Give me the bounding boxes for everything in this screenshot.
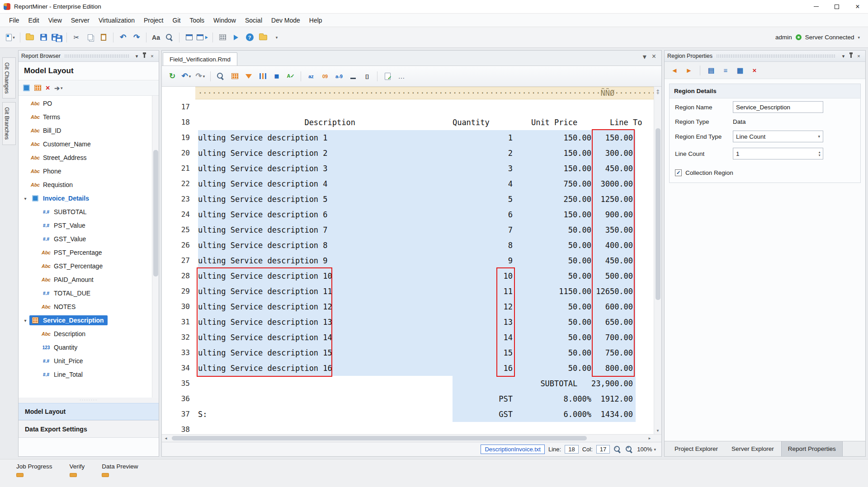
paste-button[interactable]	[98, 32, 109, 43]
spin-down-icon[interactable]: ▼	[818, 154, 821, 157]
zoom-level-select[interactable]: 100% ▾	[637, 446, 656, 453]
viewer-row-35[interactable]: 35 SUBTOTAL 23,900.00	[162, 376, 661, 391]
panel-menu-chevron-icon[interactable]: ▾	[133, 52, 141, 60]
next-region-button[interactable]: ►	[684, 65, 694, 76]
report-viewer[interactable]: ········································…	[162, 87, 661, 434]
viewer-row-38[interactable]: 38	[162, 422, 661, 434]
start-button[interactable]	[230, 32, 242, 43]
region-end-type-select[interactable]: Line Count ▾	[733, 131, 823, 142]
viewer-row-25[interactable]: 25ulting Service description 7 7 50.00 3…	[162, 222, 661, 238]
viewer-row-24[interactable]: 24ulting Service description 6 6 150.00 …	[162, 207, 661, 222]
tab-list-chevron-icon[interactable]: ▾	[643, 52, 646, 61]
data-export-settings-tab[interactable]: Data Export Settings	[19, 420, 159, 437]
viewer-row-20[interactable]: 20ulting Service description 2 2 150.00 …	[162, 145, 661, 161]
tree-item-description[interactable]: AbcDescription	[19, 327, 152, 341]
copy-button[interactable]	[84, 32, 96, 43]
add-data-region-button[interactable]	[23, 84, 30, 91]
verify-panel-tab[interactable]: Verify	[70, 463, 85, 487]
tree-item-gst_value[interactable]: #.#GST_Value	[19, 232, 152, 246]
menu-item-edit[interactable]: Edit	[24, 14, 44, 27]
redo-button[interactable]: ↷	[131, 32, 142, 43]
zoom-out-button[interactable]: -	[613, 445, 622, 454]
viewer-row-22[interactable]: 22ulting Service description 4 4 750.00 …	[162, 176, 661, 192]
viewer-row-19[interactable]: 19ulting Service description 1 1 150.00 …	[162, 130, 661, 145]
viewer-row-23[interactable]: 23ulting Service description 5 5 250.00 …	[162, 192, 661, 207]
tree-scrollbar-thumb[interactable]	[153, 150, 158, 276]
tree-item-street_address[interactable]: AbcStreet_Address	[19, 151, 152, 164]
horizontal-scrollbar-thumb[interactable]	[172, 436, 587, 440]
viewer-row-26[interactable]: 26ulting Service description 8 8 50.00 4…	[162, 238, 661, 253]
menu-item-help[interactable]: Help	[305, 14, 327, 27]
scroll-left-icon[interactable]: ◄	[162, 436, 170, 440]
tree-item-quantity[interactable]: 123Quantity	[19, 341, 152, 354]
recent-project-button[interactable]	[257, 32, 269, 43]
cut-button[interactable]: ✂	[71, 32, 82, 43]
menu-item-tools[interactable]: Tools	[185, 14, 209, 27]
close-button[interactable]: ×	[847, 0, 868, 13]
sort-az-button[interactable]: az	[305, 70, 317, 82]
find-in-report-button[interactable]	[215, 70, 226, 82]
export-model-button[interactable]: ➔▾	[54, 84, 62, 92]
collection-region-checkbox[interactable]	[675, 169, 682, 176]
open-file-button[interactable]	[24, 32, 36, 43]
doc-undo-button[interactable]: ↶▾	[180, 70, 192, 82]
menu-item-window[interactable]: Window	[209, 14, 241, 27]
sort-09-button[interactable]: 09	[319, 70, 331, 82]
tree-item-notes[interactable]: AbcNOTES	[19, 300, 152, 314]
report-properties-tab[interactable]: Report Properties	[781, 441, 843, 456]
refresh-button[interactable]: ↻	[166, 70, 178, 82]
tree-item-unit_price[interactable]: #.#Unit_Price	[19, 354, 152, 368]
data-preview-panel-tab[interactable]: Data Preview	[102, 463, 138, 487]
viewer-row-27[interactable]: 27ulting Service description 9 9 50.00 4…	[162, 253, 661, 268]
git-changes-tab[interactable]: Git Changes	[2, 57, 16, 98]
viewer-row-29[interactable]: 29ulting Service description 11 11 1150.…	[162, 284, 661, 299]
doc-redo-button[interactable]: ↷▾	[194, 70, 206, 82]
tree-item-pst_percentage[interactable]: AbcPST_Percentage	[19, 246, 152, 259]
delete-node-button[interactable]: ×	[46, 84, 50, 92]
add-region-button[interactable]	[229, 70, 241, 82]
project-explorer-tab[interactable]: Project Explorer	[668, 441, 724, 456]
sort-mixed-button[interactable]: a-9	[333, 70, 345, 82]
splitter-handle[interactable]: ········	[19, 398, 159, 403]
brackets-button[interactable]: []	[361, 70, 373, 82]
find-button[interactable]	[164, 32, 175, 43]
compare-window-button[interactable]	[197, 32, 209, 43]
split-view-handle[interactable]: ‡	[656, 87, 659, 96]
viewer-row-33[interactable]: 33ulting Service description 15 15 50.00…	[162, 345, 661, 361]
menu-item-social[interactable]: Social	[241, 14, 267, 27]
menu-item-virtualization[interactable]: Virtualization	[94, 14, 139, 27]
line-count-stepper[interactable]: 1 ▲ ▼	[733, 148, 823, 159]
status-dropdown-icon[interactable]: ▾	[858, 35, 860, 40]
maximize-button[interactable]	[826, 0, 847, 13]
viewer-row-28[interactable]: 28ulting Service description 10 10 50.00…	[162, 268, 661, 284]
horizontal-scrollbar[interactable]: ◄ ►	[162, 434, 661, 442]
tree-item-total_due[interactable]: #.#TOTAL_DUE	[19, 286, 152, 300]
font-style-button[interactable]: Aa	[150, 32, 162, 43]
pin-icon[interactable]	[141, 52, 148, 60]
menu-item-git[interactable]: Git	[168, 14, 185, 27]
model-layout-tab[interactable]: Model Layout	[19, 403, 159, 420]
menu-item-server[interactable]: Server	[66, 14, 94, 27]
delete-region-button[interactable]: ×	[749, 65, 760, 76]
scroll-down-icon[interactable]: ▼	[656, 427, 660, 434]
source-file-chip[interactable]: DescriptionInvoice.txt	[481, 445, 545, 454]
tree-item-bill_id[interactable]: AbcBill_ID	[19, 124, 152, 137]
toolbar-overflow-button[interactable]: …	[396, 70, 407, 82]
add-table-region-button[interactable]	[34, 85, 41, 91]
scroll-right-icon[interactable]: ►	[646, 436, 654, 440]
server-explorer-tab[interactable]: Server Explorer	[725, 441, 780, 456]
viewer-row-17[interactable]: 17	[162, 99, 661, 115]
verify-fields-button[interactable]: A✓	[285, 70, 297, 82]
panel-close-icon[interactable]: ×	[855, 52, 863, 60]
new-window-button[interactable]	[183, 32, 195, 43]
viewer-row-32[interactable]: 32ulting Service description 14 14 50.00…	[162, 330, 661, 345]
data-grid-button[interactable]	[217, 32, 228, 43]
viewer-row-34[interactable]: 34ulting Service description 16 16 50.00…	[162, 361, 661, 376]
new-report-button[interactable]: ▾	[5, 32, 16, 43]
save-button[interactable]	[38, 32, 49, 43]
edit-pattern-button[interactable]: ▦	[735, 65, 745, 76]
collapse-chevron-icon[interactable]: ▾	[21, 318, 29, 323]
toolbar-overflow-button[interactable]: ▾	[271, 32, 283, 43]
menu-item-dev-mode[interactable]: Dev Mode	[267, 14, 305, 27]
tree-item-paid_amount[interactable]: AbcPAID_Amount	[19, 273, 152, 286]
